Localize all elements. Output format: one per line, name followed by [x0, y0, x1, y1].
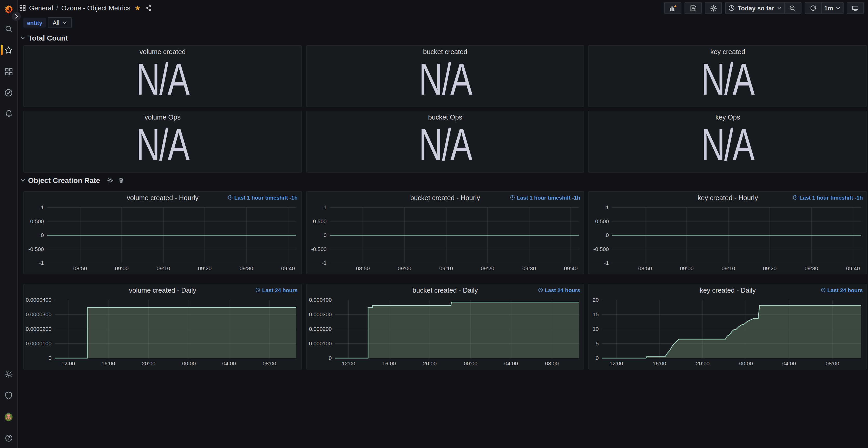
help-icon[interactable]	[0, 431, 17, 445]
starred-dashboards-icon[interactable]	[0, 43, 17, 57]
dashboard-toolbar: Today so far 1m	[664, 2, 864, 14]
add-panel-button[interactable]	[664, 2, 681, 14]
stat-panel: bucket created N/A	[306, 45, 584, 107]
explore-compass-icon[interactable]	[0, 86, 17, 99]
svg-text:09:10: 09:10	[722, 265, 736, 271]
hourly-chart-grid: volume created - Hourly Last 1 hour time…	[23, 191, 867, 275]
svg-text:09:20: 09:20	[480, 265, 494, 271]
svg-text:08:00: 08:00	[263, 360, 277, 366]
stat-panel: volume created N/A	[23, 45, 302, 107]
time-range-label: Last 24 hours	[820, 287, 863, 293]
svg-text:0.0000400: 0.0000400	[26, 297, 52, 303]
svg-text:-0.500: -0.500	[594, 246, 609, 252]
svg-text:16:00: 16:00	[653, 360, 666, 366]
stat-value-wrap: N/A	[589, 46, 866, 106]
svg-text:00:00: 00:00	[464, 360, 477, 366]
svg-text:12:00: 12:00	[341, 360, 355, 366]
chart-panel-bucket-hourly: bucket created - Hourly Last 1 hour time…	[306, 191, 584, 275]
svg-text:09:20: 09:20	[198, 265, 212, 271]
svg-text:1: 1	[323, 204, 327, 210]
time-picker-group: Today so far	[725, 2, 801, 14]
stat-panel: volume Ops N/A	[23, 111, 302, 172]
breadcrumb-folder[interactable]: General	[29, 4, 53, 12]
row-title: Total Count	[28, 34, 68, 42]
svg-text:0.500: 0.500	[595, 218, 609, 224]
clock-icon	[510, 195, 515, 200]
row-header-object-creation-rate[interactable]: Object Creation Rate	[20, 174, 868, 186]
svg-text:00:00: 00:00	[182, 360, 196, 366]
svg-text:04:00: 04:00	[222, 360, 236, 366]
apps-icon	[19, 5, 26, 11]
search-icon[interactable]	[0, 22, 17, 36]
chart-plot[interactable]: 10.5000-0.500-108:5009:0009:1009:2009:30…	[309, 204, 581, 272]
svg-text:09:10: 09:10	[439, 265, 453, 271]
svg-text:0: 0	[323, 232, 327, 238]
breadcrumb: General / Ozone - Object Metrics ★	[19, 4, 152, 12]
svg-text:09:20: 09:20	[763, 265, 777, 271]
cycle-view-mode-button[interactable]	[847, 2, 864, 14]
alerting-bell-icon[interactable]	[0, 106, 17, 120]
chevron-down-icon	[20, 35, 26, 40]
stat-value-wrap: N/A	[306, 46, 584, 106]
user-avatar[interactable]	[0, 410, 17, 423]
breadcrumb-dashboard-title[interactable]: Ozone - Object Metrics	[61, 4, 130, 12]
time-range-label: Last 24 hours	[255, 287, 298, 293]
row-settings-gear-icon[interactable]	[107, 177, 114, 183]
zoom-out-time-button[interactable]	[784, 2, 801, 14]
row-delete-trash-icon[interactable]	[118, 177, 124, 183]
chart-plot[interactable]: 0.00004000.00003000.00002000.0000100012:…	[27, 297, 299, 367]
configuration-gear-icon[interactable]	[0, 367, 17, 381]
clock-icon	[728, 5, 735, 11]
chart-plot[interactable]: 10.5000-0.500-108:5009:0009:1009:2009:30…	[27, 204, 299, 272]
stat-value: N/A	[418, 59, 471, 99]
row-header-total-count[interactable]: Total Count	[20, 32, 868, 43]
stat-value: N/A	[136, 59, 189, 99]
save-dashboard-button[interactable]	[684, 2, 702, 14]
svg-text:04:00: 04:00	[782, 360, 796, 366]
stat-value: N/A	[702, 125, 754, 165]
row-title: Object Creation Rate	[28, 176, 100, 184]
svg-text:0.0000300: 0.0000300	[26, 311, 52, 317]
svg-text:0: 0	[329, 355, 332, 361]
chart-panel-key-hourly: key created - Hourly Last 1 hour timeshi…	[589, 191, 867, 275]
svg-text:0: 0	[49, 355, 52, 361]
svg-text:16:00: 16:00	[382, 360, 396, 366]
stat-panel: bucket Ops N/A	[306, 111, 584, 172]
dashboards-apps-icon[interactable]	[0, 65, 17, 78]
chart-panel-volume-hourly: volume created - Hourly Last 1 hour time…	[23, 191, 302, 275]
svg-text:20:00: 20:00	[423, 360, 437, 366]
svg-text:0.000100: 0.000100	[309, 341, 332, 346]
sidebar-expand-button[interactable]	[12, 12, 21, 21]
share-icon[interactable]	[145, 5, 152, 11]
time-shift-label: Last 1 hour timeshift -1h	[793, 194, 863, 201]
chart-panel-bucket-daily: bucket created - Daily Last 24 hours 0.0…	[306, 284, 584, 370]
svg-text:08:50: 08:50	[639, 265, 652, 271]
daily-chart-grid: volume created - Daily Last 24 hours 0.0…	[23, 284, 867, 370]
chart-plot[interactable]: 0.0004000.0003000.0002000.000100012:0016…	[309, 297, 581, 367]
svg-text:-1: -1	[604, 260, 609, 266]
dashboard-settings-button[interactable]	[705, 2, 722, 14]
stat-value-wrap: N/A	[306, 111, 584, 172]
favorite-star-icon[interactable]: ★	[135, 5, 141, 11]
chart-panel-key-daily: key created - Daily Last 24 hours 201510…	[589, 284, 867, 370]
svg-text:-0.500: -0.500	[311, 246, 327, 252]
clock-icon	[538, 287, 543, 293]
refresh-interval-label: 1m	[824, 4, 833, 12]
svg-text:0: 0	[596, 355, 599, 361]
svg-text:12:00: 12:00	[610, 360, 623, 366]
svg-text:-0.500: -0.500	[28, 246, 44, 252]
variable-value: All	[53, 20, 60, 26]
refresh-interval-picker[interactable]: 1m	[821, 2, 844, 14]
refresh-button[interactable]	[804, 2, 821, 14]
chart-plot[interactable]: 10.5000-0.500-108:5009:0009:1009:2009:30…	[592, 204, 864, 272]
variable-value-dropdown[interactable]: All	[48, 17, 72, 28]
time-range-label: Today so far	[738, 4, 774, 12]
time-range-picker[interactable]: Today so far	[725, 2, 784, 14]
submenu-variables: entity All	[23, 18, 868, 28]
svg-text:09:40: 09:40	[281, 265, 295, 271]
server-admin-shield-icon[interactable]	[0, 389, 17, 402]
clock-icon	[227, 195, 232, 200]
svg-text:0.0000200: 0.0000200	[26, 326, 52, 332]
chart-plot[interactable]: 2015105012:0016:0020:0000:0004:0008:00	[592, 297, 864, 367]
svg-text:-1: -1	[39, 260, 44, 266]
